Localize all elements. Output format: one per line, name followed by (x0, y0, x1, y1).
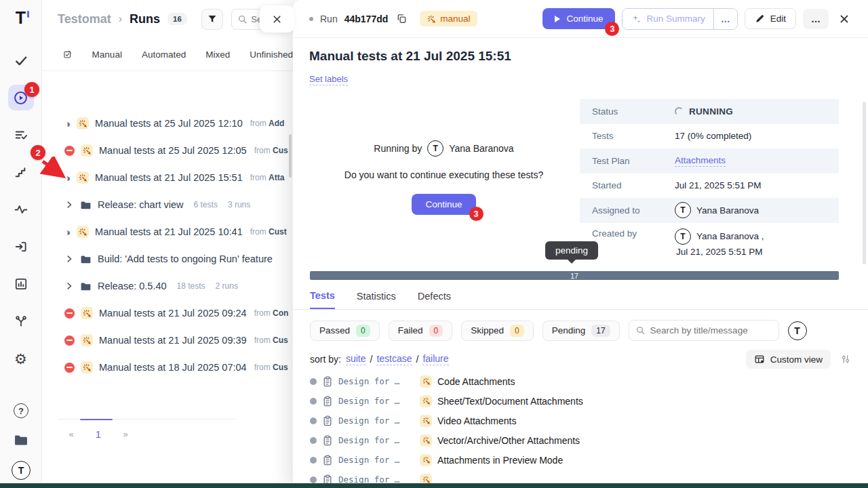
runs-panel: Testomat › Runs 16 Manual Automated Mixe… (42, 0, 293, 488)
view-options-button[interactable] (840, 354, 851, 365)
pagination: « 1 » (58, 419, 235, 440)
breadcrumb-separator: › (119, 13, 122, 25)
account-button[interactable]: T (8, 460, 34, 481)
test-list-item[interactable]: Design for … Code Attachments (293, 371, 868, 391)
select-runs-icon[interactable] (63, 49, 73, 60)
copy-run-id-button[interactable] (396, 13, 408, 24)
folder-tests-meta: 18 tests (177, 281, 205, 291)
annotation-step-1: 1 (24, 82, 39, 97)
folder-list-item[interactable]: Release: chart view 6 tests 3 runs (42, 191, 293, 218)
projects-button[interactable] (8, 430, 34, 449)
run-list: ◑ Manual tests at 25 Jul 2025 12:10 from… (42, 110, 293, 381)
more-actions-button[interactable]: … (803, 9, 829, 29)
test-list-item[interactable]: Design for … Sheet/Text/Document Attachm… (293, 391, 868, 411)
run-list-item[interactable]: Manual tests at 25 Jul 2025 12:05 from C… (42, 137, 293, 164)
tab-mixed[interactable]: Mixed (205, 49, 230, 60)
run-id: 44b177dd (344, 14, 389, 24)
pagination-next[interactable]: » (112, 429, 139, 439)
folder-icon (80, 253, 92, 265)
tab-automated[interactable]: Automated (142, 49, 186, 60)
sidebar-item-settings[interactable]: ⚙ (8, 346, 34, 371)
tests-search-input[interactable] (650, 325, 772, 336)
pagination-prev[interactable]: « (58, 429, 85, 439)
tab-defects[interactable]: Defects (418, 290, 451, 309)
run-list-item[interactable]: ◑ Manual tests at 21 Jul 2025 10:41 from… (42, 218, 293, 245)
breadcrumb-app[interactable]: Testomat (58, 12, 111, 26)
assignee-avatar[interactable]: T (788, 321, 807, 340)
run-summary-more-button[interactable]: … (713, 9, 737, 29)
run-summary-split-button: Run Summary … (622, 8, 737, 30)
edit-button[interactable]: Edit (745, 8, 796, 29)
sidebar-item-import[interactable] (8, 234, 34, 260)
folder-title: Release: chart view (98, 199, 184, 210)
sidebar-item-branches[interactable] (8, 308, 34, 334)
run-list-item[interactable]: Manual tests at 21 Jul 2025 09:39 from C… (42, 327, 293, 354)
run-summary-button[interactable]: Run Summary (623, 9, 713, 29)
sidebar-item-tests[interactable] (8, 47, 34, 73)
list-check-icon (14, 128, 28, 142)
sort-failure-link[interactable]: failure (422, 353, 448, 365)
filter-button[interactable] (201, 9, 224, 30)
runs-count-badge: 16 (167, 13, 187, 25)
sidebar-item-analytics[interactable] (8, 197, 34, 222)
help-button[interactable]: ? (8, 401, 34, 420)
sort-testcase-link[interactable]: testcase (376, 353, 412, 365)
manual-cursor-icon (81, 144, 93, 157)
test-list-item[interactable]: Design for … Video Attachments (293, 411, 868, 430)
custom-view-button[interactable]: Custom view (746, 350, 831, 369)
panel-close-button[interactable] (260, 5, 294, 33)
run-list-item[interactable]: Manual tests at 21 Jul 2025 09:24 from C… (42, 300, 293, 327)
tests-search[interactable] (629, 320, 779, 341)
tab-unfinished[interactable]: Unfinished (250, 49, 293, 60)
detail-header: Run 44b177dd manual Continue 3 Run Summa… (293, 0, 868, 38)
avatar: T (675, 228, 691, 245)
tab-manual[interactable]: Manual (92, 49, 122, 60)
run-source: from Cus (254, 336, 288, 345)
breadcrumb-page: Runs (130, 12, 160, 26)
app-logo: T (16, 8, 26, 28)
runs-scrollbar[interactable] (289, 134, 292, 178)
continue-button-header[interactable]: Continue 3 (542, 8, 615, 29)
set-labels-link[interactable]: Set labels (309, 74, 348, 85)
folder-icon (80, 199, 92, 211)
test-list-item[interactable]: Design for … Vector/Archive/Other Attach… (293, 430, 868, 450)
chevron-right-icon[interactable] (64, 200, 74, 209)
filter-passed[interactable]: Passed0 (310, 321, 380, 341)
filter-failed[interactable]: Failed0 (389, 321, 452, 341)
run-info-table: Status RUNNING Tests 17 (0% completed) T… (580, 99, 839, 262)
chevron-right-icon[interactable] (64, 254, 74, 264)
sort-suite-link[interactable]: suite (346, 353, 366, 365)
tab-statistics[interactable]: Statistics (357, 290, 396, 309)
stopped-icon (64, 146, 75, 156)
test-list-item[interactable]: Design for … Attachments in Preview Mode (293, 450, 868, 470)
pending-bullet-icon (310, 418, 317, 424)
run-list-item-selected[interactable]: ◑ Manual tests at 21 Jul 2025 15:51 from… (42, 164, 293, 191)
continue-button-main[interactable]: Continue 3 (412, 194, 475, 215)
info-row-test-plan: Test Plan Attachments (580, 148, 839, 174)
run-title: Manual tests at 21 Jul 2025 15:51 (95, 172, 243, 183)
close-detail-button[interactable] (835, 10, 853, 28)
pagination-page-1[interactable]: 1 (85, 428, 112, 440)
avatar: T (12, 461, 31, 480)
run-list-item[interactable]: ◑ Manual tests at 25 Jul 2025 12:10 from… (42, 110, 293, 137)
tabs-divider (293, 309, 868, 310)
sidebar-item-milestones[interactable] (8, 159, 34, 185)
test-plan-link[interactable]: Attachments (675, 155, 726, 167)
run-source: from Cus (254, 363, 288, 372)
stopped-icon (64, 336, 75, 346)
folder-title: Release: 0.5.40 (98, 281, 167, 291)
sidebar-item-plans[interactable] (8, 122, 34, 148)
avatar: T (675, 202, 691, 218)
sliders-icon (840, 354, 851, 365)
run-list-item[interactable]: Manual tests at 18 Jul 2025 07:04 from C… (42, 354, 293, 381)
folder-list-item[interactable]: Release: 0.5.40 18 tests 2 runs (42, 272, 293, 300)
detail-scrollbar[interactable] (863, 102, 866, 264)
filter-pending[interactable]: Pending17 (542, 321, 620, 341)
tab-tests[interactable]: Tests (310, 290, 335, 309)
sort-row: sort by: suite / testcase / failure Cust… (310, 350, 851, 369)
sidebar-item-reports[interactable] (8, 271, 34, 297)
chevron-right-icon[interactable] (64, 281, 74, 291)
filter-skipped[interactable]: Skipped0 (461, 321, 533, 341)
run-detail-panel: Run 44b177dd manual Continue 3 Run Summa… (293, 0, 868, 488)
folder-list-item[interactable]: Build: 'Add tests to ongoing Run' featur… (42, 245, 293, 272)
